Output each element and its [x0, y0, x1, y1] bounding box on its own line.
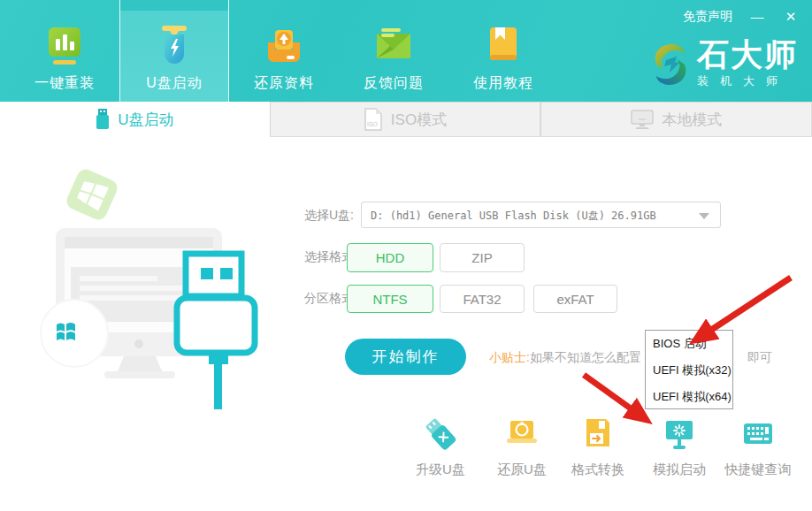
upgrade-usb-icon: [422, 416, 459, 454]
menu-item-uefi-x32[interactable]: UEFI 模拟(x32): [646, 357, 732, 384]
nav-item-restore-data[interactable]: 还原资料: [229, 0, 339, 102]
close-button[interactable]: ✕: [782, 9, 800, 25]
brand-logo: 石大师 装机大师: [651, 39, 798, 89]
app-window: 一键重装 U盘启动: [0, 0, 812, 511]
boot-mode-menu: BIOS 启动 UEFI 模拟(x32) UEFI 模拟(x64): [645, 330, 733, 409]
brand-text: 石大师 装机大师: [697, 39, 798, 89]
start-create-button[interactable]: 开始制作: [345, 339, 466, 375]
tab-label: 本地模式: [662, 110, 722, 130]
tip-prefix: 小贴士:: [489, 350, 530, 364]
reinstall-icon: [42, 23, 88, 69]
chevron-down-icon: [699, 213, 709, 219]
tip-suffix: 即可: [747, 350, 772, 366]
tab-label: U盘启动: [118, 110, 173, 130]
tool-simulate-boot[interactable]: 模拟启动: [640, 416, 719, 478]
monitor-small-icon: [631, 109, 654, 130]
iso-file-icon: ISO: [364, 108, 383, 131]
nav-item-reinstall[interactable]: 一键重装: [10, 0, 119, 102]
feedback-icon: [371, 23, 417, 69]
nav-label: 使用教程: [448, 74, 558, 93]
tool-hotkey-query[interactable]: 快捷键查询: [718, 416, 798, 478]
tab-local-mode[interactable]: 本地模式: [540, 102, 812, 137]
partition-option-ntfs[interactable]: NTFS: [347, 285, 433, 313]
header-bar: 一键重装 U盘启动: [0, 0, 812, 102]
main-content: 选择U盘: D: (hd1) General USB Flash Disk (U…: [0, 137, 812, 511]
partition-option-fat32[interactable]: FAT32: [440, 285, 525, 313]
disclaimer-link[interactable]: 免责声明: [683, 9, 732, 25]
format-option-zip[interactable]: ZIP: [440, 243, 525, 272]
nav-label: 还原资料: [229, 74, 339, 93]
tool-format-convert[interactable]: 格式转换: [558, 416, 638, 478]
nav-item-feedback[interactable]: 反馈问题: [339, 0, 448, 102]
tab-usb-boot[interactable]: U盘启动: [0, 102, 270, 137]
format-convert-icon: [579, 416, 617, 454]
tab-iso-mode[interactable]: ISO ISO模式: [270, 102, 541, 137]
nav-label: 反馈问题: [339, 74, 448, 93]
usb-computer-illustration: [18, 150, 310, 416]
tool-label: 格式转换: [558, 461, 638, 478]
restore-data-icon: [261, 23, 307, 69]
tool-label: 还原U盘: [482, 461, 562, 478]
format-option-hdd[interactable]: HDD: [347, 243, 433, 272]
brand-title: 石大师: [697, 39, 798, 71]
restore-usb-icon: [503, 416, 540, 454]
tool-label: 快捷键查询: [718, 461, 798, 478]
usb-small-icon: [96, 109, 110, 130]
menu-item-bios-boot[interactable]: BIOS 启动: [646, 331, 732, 357]
nav-item-tutorial[interactable]: 使用教程: [448, 0, 558, 102]
titlebar-controls: 免责声明 — ✕: [683, 9, 800, 25]
minimize-button[interactable]: —: [748, 9, 766, 25]
tab-label: ISO模式: [391, 110, 447, 130]
nav-label: U盘启动: [120, 74, 228, 93]
usb-boot-icon: [151, 23, 197, 69]
tip-body: 如果不知道怎么配置: [530, 350, 641, 364]
usb-drive-select[interactable]: D: (hd1) General USB Flash Disk (U盘) 26.…: [361, 202, 721, 228]
menu-item-uefi-x64[interactable]: UEFI 模拟(x64): [646, 384, 732, 410]
usb-drive-value: D: (hd1) General USB Flash Disk (U盘) 26.…: [371, 209, 656, 224]
partition-option-exfat[interactable]: exFAT: [533, 285, 617, 313]
brand-subtitle: 装机大师: [697, 73, 798, 89]
tip-text: 小贴士:如果不知道怎么配置: [489, 350, 641, 366]
tutorial-icon: [480, 23, 526, 69]
brand-logo-icon: [651, 42, 690, 88]
usb-select-label: 选择U盘:: [304, 208, 354, 224]
tool-label: 模拟启动: [640, 461, 719, 478]
simulate-boot-icon: [661, 416, 698, 454]
tool-restore-usb[interactable]: 还原U盘: [482, 416, 562, 478]
hotkey-query-icon: [739, 416, 777, 454]
nav-label: 一键重装: [10, 74, 119, 93]
mode-tabs: U盘启动 ISO ISO模式 本地模式: [0, 102, 812, 137]
tool-upgrade-usb[interactable]: 升级U盘: [401, 416, 480, 478]
main-nav: 一键重装 U盘启动: [10, 0, 558, 102]
nav-item-usb-boot[interactable]: U盘启动: [119, 0, 229, 102]
tool-label: 升级U盘: [401, 461, 480, 478]
svg-text:ISO: ISO: [367, 121, 379, 127]
